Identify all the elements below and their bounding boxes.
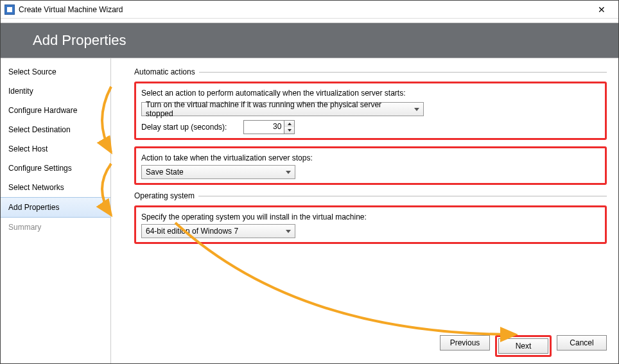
sidebar-item-select-destination[interactable]: Select Destination bbox=[1, 120, 110, 139]
sidebar: Select Source Identity Configure Hardwar… bbox=[1, 58, 111, 363]
start-action-label: Select an action to perform automaticall… bbox=[141, 89, 600, 98]
section-automatic-actions: Automatic actions bbox=[134, 67, 607, 76]
stop-action-label: Action to take when the virtualization s… bbox=[141, 153, 600, 162]
os-dropdown[interactable]: 64-bit edition of Windows 7 bbox=[141, 224, 295, 238]
sidebar-item-add-properties[interactable]: Add Properties bbox=[1, 197, 110, 218]
body: Select Source Identity Configure Hardwar… bbox=[1, 58, 618, 363]
start-action-value: Turn on the virtual machine if it was ru… bbox=[146, 100, 410, 118]
section-label-automatic: Automatic actions bbox=[134, 67, 195, 76]
app-icon bbox=[4, 4, 15, 15]
section-label-os: Operating system bbox=[134, 191, 195, 200]
window-title: Create Virtual Machine Wizard bbox=[19, 5, 589, 14]
section-operating-system: Operating system bbox=[134, 191, 607, 200]
sidebar-item-select-source[interactable]: Select Source bbox=[1, 62, 110, 82]
sidebar-item-select-networks[interactable]: Select Networks bbox=[1, 178, 110, 197]
page-header: Add Properties bbox=[1, 22, 618, 58]
wizard-buttons: Previous Next Cancel bbox=[134, 329, 607, 358]
sidebar-item-summary[interactable]: Summary bbox=[1, 218, 110, 237]
sidebar-item-select-host[interactable]: Select Host bbox=[1, 139, 110, 159]
spinner-down-icon[interactable] bbox=[284, 127, 294, 134]
sidebar-item-identity[interactable]: Identity bbox=[1, 82, 110, 101]
content-panel: Automatic actions Select an action to pe… bbox=[111, 58, 618, 363]
os-value: 64-bit edition of Windows 7 bbox=[146, 227, 238, 236]
highlight-next: Next bbox=[495, 335, 552, 357]
cancel-button[interactable]: Cancel bbox=[557, 335, 607, 351]
start-action-dropdown[interactable]: Turn on the virtual machine if it was ru… bbox=[141, 102, 424, 116]
stop-action-dropdown[interactable]: Save State bbox=[141, 165, 295, 179]
highlight-os: Specify the operating system you will in… bbox=[134, 205, 607, 244]
os-label: Specify the operating system you will in… bbox=[141, 212, 600, 221]
delay-label: Delay start up (seconds): bbox=[141, 123, 227, 132]
spinner-up-icon[interactable] bbox=[284, 121, 294, 127]
titlebar: Create Virtual Machine Wizard ✕ bbox=[1, 1, 618, 19]
sidebar-item-configure-hardware[interactable]: Configure Hardware bbox=[1, 101, 110, 120]
divider bbox=[198, 196, 607, 196]
divider bbox=[199, 72, 607, 73]
previous-button[interactable]: Previous bbox=[440, 335, 490, 351]
wizard-window: Create Virtual Machine Wizard ✕ Add Prop… bbox=[0, 0, 619, 364]
delay-value: 30 bbox=[244, 121, 284, 134]
page-title: Add Properties bbox=[33, 32, 126, 49]
highlight-stop-action: Action to take when the virtualization s… bbox=[134, 146, 607, 185]
sidebar-item-configure-settings[interactable]: Configure Settings bbox=[1, 159, 110, 178]
close-icon[interactable]: ✕ bbox=[589, 1, 615, 18]
delay-spinner[interactable]: 30 bbox=[243, 120, 295, 134]
stop-action-value: Save State bbox=[146, 168, 184, 177]
next-button[interactable]: Next bbox=[498, 338, 548, 354]
highlight-start-action: Select an action to perform automaticall… bbox=[134, 82, 607, 140]
